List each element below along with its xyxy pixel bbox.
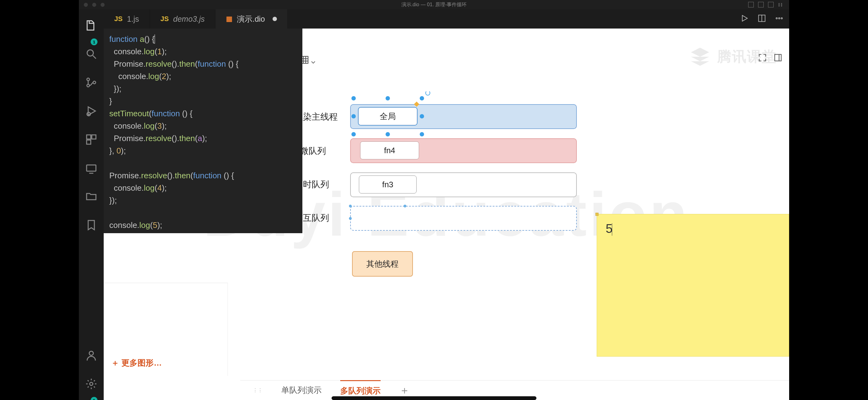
tab-label: 演示.dio <box>237 14 265 24</box>
node-fn4[interactable]: fn4 <box>360 141 419 159</box>
resize-handle[interactable] <box>351 114 356 119</box>
add-page-icon[interactable]: ＋ <box>399 383 410 398</box>
min-dot[interactable] <box>92 3 96 7</box>
rotate-handle-icon[interactable] <box>425 91 430 96</box>
drawio-canvas[interactable]: Duyi Education 腾讯课堂 <box>104 29 789 400</box>
tab-demo3[interactable]: JS demo3.js <box>150 9 215 29</box>
resize-handle[interactable] <box>404 205 406 207</box>
bookmark-icon[interactable] <box>85 219 97 233</box>
note-text: 5 <box>606 222 613 235</box>
code-content: function a() { console.log(1); Promise.r… <box>109 33 297 231</box>
tab-dio[interactable]: ▦ 演示.dio <box>215 9 287 29</box>
resize-handle[interactable] <box>351 132 356 136</box>
tab-label: demo3.js <box>173 14 205 24</box>
svg-point-14 <box>781 18 782 19</box>
resize-handle[interactable] <box>420 96 424 100</box>
editor-actions <box>740 14 783 24</box>
drawio-toolbar-right <box>758 53 782 63</box>
svg-point-2 <box>87 84 89 87</box>
svg-point-12 <box>776 18 777 19</box>
page-tab-multi[interactable]: 多队列演示 <box>340 380 381 396</box>
node-other-thread[interactable]: 其他线程 <box>352 251 413 276</box>
resize-handle[interactable] <box>351 96 356 100</box>
svg-point-1 <box>87 78 89 80</box>
explorer-icon[interactable]: 1 <box>85 19 97 33</box>
settings-badge: 1 <box>91 397 97 400</box>
svg-rect-6 <box>92 135 96 139</box>
shapes-panel[interactable]: ＋ 更多图形… <box>104 283 228 376</box>
split-editor-icon[interactable] <box>757 14 766 24</box>
svg-point-3 <box>93 81 96 84</box>
search-icon[interactable] <box>85 48 97 61</box>
svg-point-13 <box>779 18 780 19</box>
scrollbar-indicator[interactable] <box>332 396 536 400</box>
resize-handle[interactable] <box>420 114 424 119</box>
svg-point-0 <box>87 50 93 56</box>
modified-dot-icon <box>273 17 277 21</box>
extensions-icon[interactable] <box>85 133 97 147</box>
explorer-badge: 1 <box>91 38 97 45</box>
label-micro: 微队列 <box>300 145 326 157</box>
svg-point-9 <box>89 351 93 355</box>
more-shapes-link[interactable]: ＋ 更多图形… <box>111 358 162 368</box>
resize-handle[interactable] <box>595 213 598 216</box>
activity-bar: 1 1 <box>79 9 104 400</box>
svg-rect-23 <box>775 55 781 61</box>
page-tab-single[interactable]: 单队列演示 <box>281 385 321 396</box>
window-controls[interactable] <box>84 3 104 7</box>
window-title: 演示.dio — 01. 原理-事件循环 <box>401 2 467 8</box>
text-cursor <box>612 223 612 236</box>
tab-bar: JS 1.js JS demo3.js ▦ 演示.dio <box>104 9 789 29</box>
resize-handle[interactable] <box>385 132 390 136</box>
resize-handle[interactable] <box>385 96 390 100</box>
js-icon: JS <box>160 15 169 23</box>
sticky-note[interactable]: 5 <box>597 214 789 357</box>
format-panel-icon[interactable] <box>774 53 782 63</box>
debug-icon[interactable] <box>85 105 97 119</box>
layout-icon[interactable] <box>748 2 754 7</box>
remote-icon[interactable] <box>85 162 97 175</box>
resize-handle[interactable] <box>420 132 424 136</box>
fullscreen-icon[interactable] <box>758 53 767 63</box>
layout-icon[interactable] <box>768 2 774 7</box>
window-layout-icons[interactable]: ⫿⫿ <box>748 2 783 7</box>
folder-icon[interactable] <box>85 190 97 204</box>
account-icon[interactable] <box>85 349 97 363</box>
run-icon[interactable] <box>740 14 749 24</box>
node-global[interactable]: 全局 <box>358 107 417 125</box>
layout-icon[interactable]: ⫿⫿ <box>778 2 783 7</box>
max-dot[interactable] <box>101 3 104 7</box>
source-control-icon[interactable] <box>85 76 97 90</box>
close-dot[interactable] <box>84 3 88 7</box>
svg-rect-5 <box>87 135 91 139</box>
resize-handle[interactable] <box>349 217 352 220</box>
more-icon[interactable] <box>775 14 783 24</box>
svg-rect-7 <box>87 140 91 144</box>
drag-handle-icon[interactable]: ⋮⋮ <box>253 387 262 393</box>
svg-point-10 <box>90 382 93 386</box>
tab-label: 1.js <box>127 14 139 24</box>
code-overlay: function a() { console.log(1); Promise.r… <box>104 29 302 233</box>
js-icon: JS <box>114 15 123 23</box>
layout-icon[interactable] <box>758 2 764 7</box>
settings-gear-icon[interactable]: 1 <box>85 378 97 391</box>
drawio-icon: ▦ <box>226 15 232 23</box>
queue-interaction[interactable] <box>350 206 577 231</box>
resize-handle[interactable] <box>349 205 352 207</box>
title-bar: 演示.dio — 01. 原理-事件循环 ⫿⫿ <box>79 0 789 9</box>
tab-1js[interactable]: JS 1.js <box>104 9 150 29</box>
svg-rect-8 <box>87 165 96 171</box>
editor-area: 1 1 JS 1.js JS dem <box>79 9 789 400</box>
node-fn3[interactable]: fn3 <box>359 175 416 194</box>
